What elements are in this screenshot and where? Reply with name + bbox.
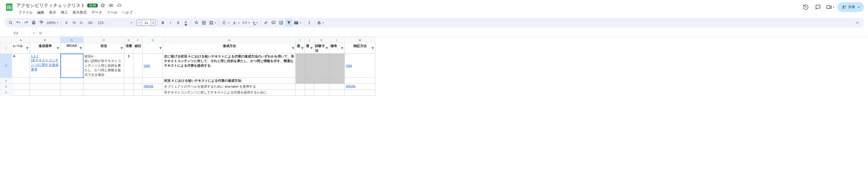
italic-button[interactable]: I <box>167 19 174 27</box>
comment-icon[interactable] <box>813 2 823 12</box>
wrap-button[interactable]: ▼ <box>241 19 251 27</box>
undo-icon[interactable] <box>15 19 22 27</box>
menu-file[interactable]: ファイル <box>16 9 35 16</box>
currency-button[interactable]: ¥ <box>63 19 70 27</box>
insert-comment-button[interactable] <box>270 19 277 27</box>
font-select[interactable]: ▼ <box>108 19 133 27</box>
merge-button[interactable]: ▼ <box>208 19 218 27</box>
text-color-button[interactable]: A <box>182 19 189 27</box>
percent-button[interactable]: % <box>71 19 78 27</box>
font-size-input[interactable] <box>142 20 150 26</box>
history-icon[interactable] <box>801 2 811 12</box>
table-row: 1 レベル 達成基準 WCAG 状況 項番 細目 達成方法 適 適 試験方法 備… <box>0 43 375 54</box>
menu-insert[interactable]: 挿入 <box>59 9 70 16</box>
paint-format-icon[interactable] <box>38 19 45 27</box>
share-button[interactable]: 共有 ▼ <box>837 2 864 12</box>
collapse-toolbar-icon[interactable] <box>854 19 861 27</box>
svg-rect-21 <box>294 22 298 22</box>
svg-point-5 <box>9 21 11 24</box>
share-label: 共有 <box>848 5 855 9</box>
star-icon[interactable] <box>100 2 106 8</box>
doc-title[interactable]: アクセシビリティチェックリスト <box>16 2 85 8</box>
cloud-icon[interactable] <box>116 2 122 8</box>
filter-button[interactable] <box>285 19 292 27</box>
link-cell: 1.1.1 [非テキストコンテンツ]に関する達成基準 <box>31 54 58 71</box>
h-align-button[interactable]: ▼ <box>221 19 231 27</box>
functions-button[interactable]: Σ <box>306 19 313 27</box>
rotate-button[interactable]: A▼ <box>252 19 259 27</box>
link-button[interactable] <box>262 19 270 27</box>
increase-decimal-button[interactable]: .00→ <box>86 19 96 27</box>
table-row: 3 状況 A における短いテキストによる代替の達成方法: <box>0 78 375 84</box>
zoom-select[interactable]: 100%▼ <box>45 19 60 27</box>
filter-views-button[interactable]: ▼ <box>293 19 303 27</box>
svg-rect-23 <box>294 24 298 24</box>
v-align-button[interactable]: ▼ <box>231 19 241 27</box>
menu-tools[interactable]: ツール <box>104 9 119 16</box>
decrease-decimal-button[interactable]: .0← <box>78 19 86 27</box>
menu-help[interactable]: ヘルプ <box>120 9 135 16</box>
print-icon[interactable] <box>30 19 37 27</box>
redo-icon[interactable] <box>23 19 30 27</box>
search-icon[interactable] <box>7 19 14 27</box>
table-row: 2 A 1.1.1 [非テキストコンテンツ]に関する達成基準 状況A： 短い説明… <box>0 54 375 78</box>
menu-format[interactable]: 表示形式 <box>70 9 89 16</box>
svg-rect-22 <box>294 23 298 23</box>
bold-button[interactable]: B <box>159 19 166 27</box>
move-icon[interactable] <box>108 2 114 8</box>
column-headers[interactable]: A B C D E F G H I J K L M <box>0 37 375 43</box>
name-box[interactable]: C2▼ <box>12 30 37 36</box>
menu-view[interactable]: 表示 <box>47 9 58 16</box>
link-cell: G94 <box>346 64 352 68</box>
table-row: 4 ARIA6 オブジェクトのラベルを提供するために aria-label を使… <box>0 84 375 90</box>
menu-edit[interactable]: 編集 <box>35 9 46 16</box>
table-row: 5 非テキストコンテンツに対してテキストによる代替を提供するために <box>0 90 375 96</box>
input-method-button[interactable]: あ▼ <box>316 19 325 27</box>
active-cell[interactable] <box>60 54 84 78</box>
meet-icon[interactable]: ▼ <box>825 2 835 12</box>
strikethrough-button[interactable]: S <box>175 19 182 27</box>
insert-chart-button[interactable] <box>278 19 285 27</box>
more-formats-button[interactable]: 123 <box>96 19 104 27</box>
svg-rect-9 <box>40 21 42 22</box>
toolbar: 100%▼ ¥ % .0← .00→ 123 ▼ − + B I S A ▼ ▼… <box>4 18 864 28</box>
font-size-increase[interactable]: + <box>150 20 156 26</box>
fx-icon: fx <box>37 31 44 35</box>
svg-rect-7 <box>33 21 34 22</box>
svg-rect-4 <box>827 6 830 9</box>
file-type-badge: .XLSX <box>87 4 98 7</box>
borders-button[interactable] <box>200 19 208 27</box>
link-cell: ARIA6 <box>144 84 153 88</box>
menu-data[interactable]: データ <box>89 9 104 16</box>
font-size-decrease[interactable]: − <box>136 20 142 26</box>
link-cell: ARIA6 <box>346 84 355 88</box>
link-cell: G94 <box>144 64 150 68</box>
menu-bar: ファイル 編集 表示 挿入 表示形式 データ ツール ヘルプ <box>16 9 799 16</box>
sheets-logo[interactable] <box>4 2 14 12</box>
fill-color-button[interactable] <box>193 19 200 27</box>
